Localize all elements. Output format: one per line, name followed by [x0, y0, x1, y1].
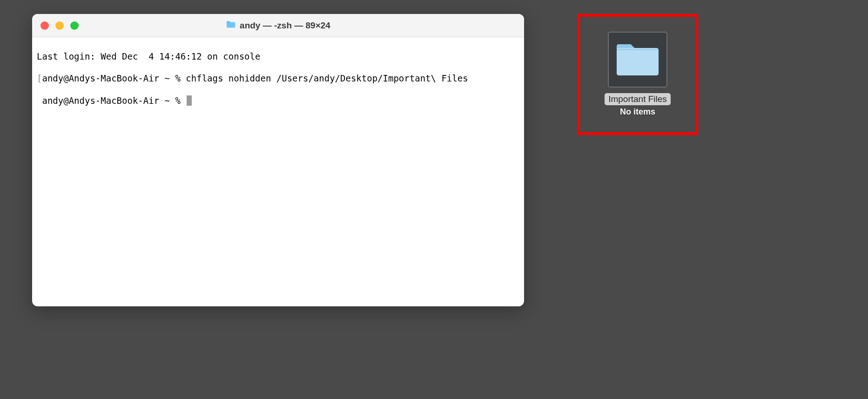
- traffic-lights: [32, 21, 79, 30]
- window-titlebar[interactable]: andy — -zsh — 89×24: [32, 14, 524, 37]
- window-title-text: andy — -zsh — 89×24: [240, 20, 330, 31]
- cursor: [187, 95, 192, 106]
- folder-label[interactable]: Important Files: [605, 93, 671, 105]
- terminal-line: [andy@Andys-MacBook-Air ~ % chflags nohi…: [37, 73, 519, 84]
- terminal-window[interactable]: andy — -zsh — 89×24 Last login: Wed Dec …: [32, 14, 524, 306]
- folder-icon: [614, 40, 661, 80]
- window-title: andy — -zsh — 89×24: [32, 20, 524, 32]
- desktop-folder[interactable]: [608, 32, 667, 88]
- folder-icon: [226, 20, 236, 32]
- highlight-annotation: Important Files No items: [577, 14, 698, 135]
- terminal-line: Last login: Wed Dec 4 14:46:12 on consol…: [37, 51, 519, 62]
- fullscreen-button[interactable]: [70, 21, 79, 30]
- svg-rect-0: [617, 49, 659, 50]
- folder-item-count: No items: [620, 107, 655, 117]
- terminal-line: andy@Andys-MacBook-Air ~ %: [37, 95, 519, 107]
- close-button[interactable]: [40, 21, 49, 30]
- terminal-body[interactable]: Last login: Wed Dec 4 14:46:12 on consol…: [32, 37, 524, 306]
- minimize-button[interactable]: [55, 21, 64, 30]
